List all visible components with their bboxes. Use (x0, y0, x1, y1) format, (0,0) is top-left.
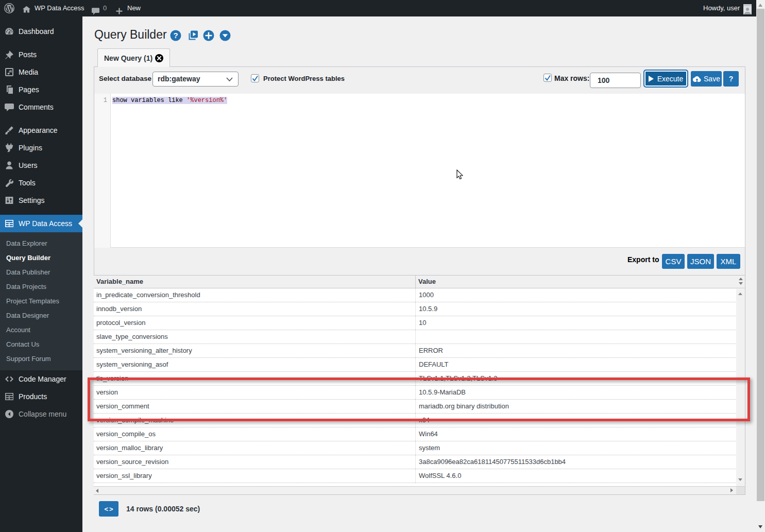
svg-text:?: ? (173, 31, 178, 40)
